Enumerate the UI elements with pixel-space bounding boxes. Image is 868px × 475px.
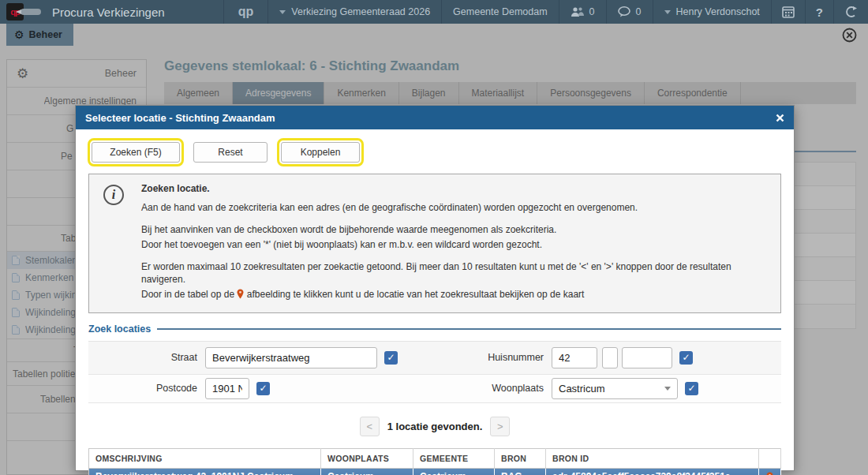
info-line: Door het toevoegen van een '*' (niet bij…: [141, 239, 771, 251]
info-line: Aan de hand van de zoekcriteria kan een …: [141, 202, 771, 214]
gear-icon: ⚙: [14, 28, 24, 41]
election-selector-label: Verkiezing Gemeenteraad 2026: [291, 6, 430, 17]
caret-down-icon: [664, 387, 671, 391]
column-header: BRON: [495, 448, 546, 468]
chat-icon: [618, 6, 631, 17]
koppelen-button[interactable]: Koppelen: [281, 142, 360, 163]
check-icon: ✓: [687, 383, 695, 393]
close-workspace-button[interactable]: [842, 28, 857, 46]
map-pin-icon: [237, 289, 244, 299]
straat-input[interactable]: [205, 347, 377, 368]
refresh-icon: [844, 6, 858, 18]
info-icon: i: [103, 185, 124, 205]
reset-button[interactable]: Reset: [193, 142, 268, 163]
search-section-legend: Zoek locaties: [88, 324, 151, 335]
search-form: Straat ✓ Huisnummer ✓: [88, 341, 781, 403]
pencil-icon: [21, 9, 41, 15]
calendar-icon: [782, 6, 795, 18]
woonplaats-checkbox[interactable]: ✓: [685, 382, 698, 395]
postcode-checkbox[interactable]: ✓: [256, 382, 270, 395]
woonplaats-select[interactable]: Castricum: [552, 378, 678, 399]
column-header: WOONPLAATS: [321, 448, 413, 468]
topbar: qp Procura Verkiezingen qp Verkiezing Ge…: [0, 0, 868, 24]
election-selector[interactable]: Verkiezing Gemeenteraad 2026: [268, 0, 441, 24]
huisnummer-input[interactable]: [552, 347, 597, 368]
tab-beheer[interactable]: ⚙ Beheer: [6, 24, 73, 46]
column-header-pin: [759, 448, 781, 468]
postcode-label: Postcode: [88, 383, 205, 394]
app-window: qp Procura Verkiezingen qp Verkiezing Ge…: [0, 0, 868, 475]
check-icon: ✓: [259, 383, 267, 393]
caret-down-icon: [664, 10, 671, 14]
straat-checkbox[interactable]: ✓: [384, 351, 398, 365]
calendar-button[interactable]: [771, 0, 805, 24]
help-button[interactable]: ?: [805, 0, 833, 24]
woonplaats-value: Castricum: [559, 383, 664, 395]
column-header: BRON ID: [546, 448, 759, 468]
workspace: ⚙ Beheer Algemene instellingen G Pe Tabe…: [0, 46, 868, 475]
select-location-dialog: Selecteer locatie - Stichting Zwaandam Z…: [75, 105, 795, 471]
dialog-toolbar: Zoeken (F5) Reset Koppelen: [92, 142, 781, 163]
tabstrip: ⚙ Beheer: [0, 24, 868, 46]
huisletter-input[interactable]: [602, 347, 618, 368]
qp-mini-logo: qp: [223, 0, 268, 24]
app-title: Procura Verkiezingen: [52, 6, 165, 19]
cell-bron: BAG: [495, 468, 546, 475]
check-icon: ✓: [682, 353, 690, 362]
straat-label: Straat: [88, 352, 205, 363]
people-icon: [571, 6, 585, 17]
check-icon: ✓: [387, 353, 395, 362]
info-line: Bij het aanvinken van de checkboxen word…: [141, 224, 771, 236]
messages-counter[interactable]: 0: [606, 0, 653, 24]
tab-beheer-label: Beheer: [29, 29, 62, 40]
messages-count: 0: [636, 6, 642, 17]
results-table-header: OMSCHRIJVING WOONPLAATS GEMEENTE BRON BR…: [89, 448, 781, 468]
user-menu[interactable]: Henry Verdonschot: [653, 0, 771, 24]
caret-down-icon: [279, 10, 286, 14]
legend-divider: [157, 328, 781, 330]
municipality-label: Gemeente Demodam: [453, 6, 548, 17]
user-name: Henry Verdonschot: [676, 6, 760, 17]
next-page-button[interactable]: >: [490, 417, 510, 436]
cell-woonplaats: Castricum: [321, 468, 413, 475]
info-heading: Zoeken locatie.: [141, 183, 771, 195]
users-count: 0: [589, 6, 595, 17]
cell-omschrijving: Beverwijkerstraatweg 42, 1901NJ Castricu…: [89, 468, 321, 475]
results-table: OMSCHRIJVING WOONPLAATS GEMEENTE BRON BR…: [88, 448, 781, 475]
show-on-map-button[interactable]: [759, 468, 781, 475]
dialog-close-button[interactable]: [776, 114, 784, 122]
cell-gemeente: Castricum: [413, 468, 495, 475]
info-line: Er worden maximaal 10 zoekresultaten per…: [141, 261, 771, 285]
refresh-button[interactable]: [833, 0, 868, 24]
huisnummer-label: Huisnummer: [435, 352, 552, 363]
prev-page-button[interactable]: <: [360, 417, 380, 436]
dialog-titlebar: Selecteer locatie - Stichting Zwaandam: [76, 106, 794, 129]
postcode-input[interactable]: [205, 378, 249, 399]
info-panel: i Zoeken locatie. Aan de hand van de zoe…: [88, 174, 781, 313]
column-header: GEMEENTE: [413, 448, 495, 468]
results-status: 1 locatie gevonden.: [387, 421, 483, 432]
table-row[interactable]: Beverwijkerstraatweg 42, 1901NJ Castricu…: [89, 468, 781, 475]
results-pager: < 1 locatie gevonden. >: [88, 417, 781, 436]
column-header: OMSCHRIJVING: [89, 448, 321, 468]
close-circle-icon: [842, 28, 857, 43]
info-line: Door in de tabel op de afbeelding te kli…: [141, 289, 771, 301]
toevoeging-input[interactable]: [622, 347, 672, 368]
municipality-item[interactable]: Gemeente Demodam: [441, 0, 559, 24]
search-section-header: Zoek locaties: [88, 324, 781, 335]
close-icon: [776, 114, 784, 122]
dialog-title: Selecteer locatie - Stichting Zwaandam: [85, 112, 776, 124]
zoeken-button[interactable]: Zoeken (F5): [92, 142, 180, 163]
map-pin-icon: [766, 472, 773, 475]
cell-bron-id: adr-45894a5aeff5aacee739a8f3445f251e: [546, 468, 759, 475]
app-logo: qp: [6, 3, 41, 21]
huisnummer-checkbox[interactable]: ✓: [679, 351, 693, 365]
woonplaats-label: Woonplaats: [435, 383, 552, 394]
users-counter[interactable]: 0: [559, 0, 606, 24]
